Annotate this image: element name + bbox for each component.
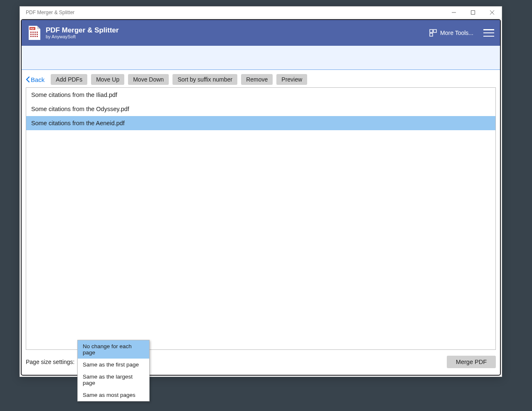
app-titles: PDF Merger & Splitter by AnywaySoft [46, 27, 429, 40]
page-size-dropdown[interactable]: No change for each pageSame as the first… [77, 340, 150, 401]
header-actions: More Tools... [429, 29, 494, 37]
back-label: Back [31, 76, 44, 83]
app-title: PDF Merger & Splitter [46, 27, 429, 35]
add-pdfs-button[interactable]: Add PDFs [51, 74, 87, 85]
svg-rect-9 [37, 32, 38, 33]
svg-rect-1 [471, 10, 475, 14]
dropdown-item[interactable]: Same as the largest page [78, 371, 149, 389]
back-link[interactable]: Back [26, 76, 44, 83]
maximize-icon [471, 10, 475, 15]
window-controls [444, 7, 502, 18]
file-list[interactable]: Some citations from the Iliad.pdfSome ci… [26, 87, 496, 350]
svg-rect-14 [30, 36, 32, 37]
svg-rect-17 [37, 36, 38, 37]
banner-area [22, 46, 500, 70]
app-header: PDF PDF Merger & Splitter by AnywaySoft [22, 20, 500, 46]
remove-button[interactable]: Remove [241, 74, 273, 85]
svg-rect-12 [34, 34, 36, 35]
svg-rect-13 [37, 34, 38, 35]
more-tools-label: More Tools... [440, 30, 473, 36]
app-subtitle: by AnywaySoft [46, 34, 429, 39]
move-down-button[interactable]: Move Down [128, 74, 169, 85]
main-area: Some citations from the Iliad.pdfSome ci… [22, 87, 500, 375]
app-body: PDF PDF Merger & Splitter by AnywaySoft [21, 19, 501, 376]
maximize-button[interactable] [463, 7, 483, 18]
minimize-icon [452, 10, 456, 15]
file-row[interactable]: Some citations from the Odyssey.pdf [26, 102, 495, 116]
svg-rect-20 [430, 33, 433, 36]
title-bar: PDF Merger & Splitter [20, 7, 502, 18]
file-row[interactable]: Some citations from the Aeneid.pdf [26, 116, 495, 130]
svg-rect-15 [32, 36, 34, 37]
minimize-button[interactable] [444, 7, 463, 18]
hamburger-icon [483, 29, 494, 30]
app-window: PDF Merger & Splitter PDF [20, 6, 502, 377]
close-button[interactable] [483, 7, 502, 18]
svg-rect-11 [32, 34, 34, 35]
close-icon [490, 10, 494, 15]
app-logo-icon: PDF [27, 26, 41, 40]
chevron-left-icon [26, 77, 30, 82]
svg-rect-8 [34, 32, 36, 33]
svg-rect-7 [32, 32, 34, 33]
grid-icon [429, 29, 437, 37]
svg-rect-16 [34, 36, 36, 37]
more-tools-button[interactable]: More Tools... [429, 29, 473, 37]
svg-rect-6 [30, 32, 32, 33]
svg-text:PDF: PDF [30, 27, 34, 30]
toolbar: Back Add PDFs Move Up Move Down Sort by … [22, 70, 500, 87]
merge-pdf-button[interactable]: Merge PDF [447, 356, 496, 368]
dropdown-item[interactable]: No change for each page [78, 340, 149, 359]
preview-button[interactable]: Preview [276, 74, 307, 85]
dropdown-item[interactable]: Same as most pages [78, 389, 149, 401]
svg-rect-10 [30, 34, 32, 35]
svg-rect-18 [430, 30, 433, 32]
svg-rect-19 [433, 30, 436, 32]
window-title: PDF Merger & Splitter [26, 10, 74, 15]
page-size-label: Page size settings: [26, 359, 75, 365]
file-row[interactable]: Some citations from the Iliad.pdf [26, 88, 495, 102]
sort-by-suffix-button[interactable]: Sort by suffix number [172, 74, 237, 85]
move-up-button[interactable]: Move Up [91, 74, 124, 85]
dropdown-item[interactable]: Same as the first page [78, 359, 149, 371]
menu-button[interactable] [483, 29, 494, 37]
